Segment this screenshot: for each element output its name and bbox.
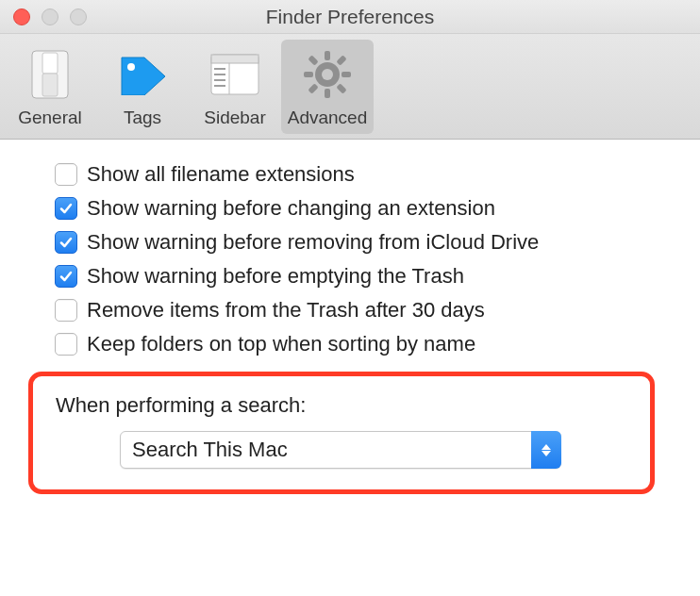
zoom-button[interactable] [70, 8, 87, 25]
chevron-up-down-icon [531, 431, 561, 469]
tab-label: Tags [124, 108, 161, 128]
tab-tags[interactable]: Tags [96, 40, 189, 134]
checkbox-label: Show warning before emptying the Trash [87, 264, 464, 289]
close-button[interactable] [13, 8, 30, 25]
checkbox-label: Show warning before removing from iCloud… [87, 230, 539, 255]
option-row: Show warning before removing from iCloud… [55, 230, 681, 255]
svg-rect-2 [42, 74, 58, 96]
tab-label: Sidebar [204, 108, 266, 128]
svg-rect-13 [325, 89, 330, 98]
checkbox[interactable] [55, 231, 77, 254]
checkbox-label: Keep folders on top when sorting by name [87, 332, 475, 356]
checkbox-label: Remove items from the Trash after 30 day… [87, 298, 485, 323]
preferences-toolbar: General Tags [0, 34, 700, 140]
tab-label: General [18, 108, 82, 128]
option-row: Show warning before emptying the Trash [55, 264, 681, 289]
checkbox[interactable] [55, 333, 77, 356]
option-row: Show all filename extensions [55, 162, 681, 187]
checkbox[interactable] [55, 299, 77, 322]
tag-icon [116, 47, 169, 102]
checkbox[interactable] [55, 163, 77, 186]
window-title: Finder Preferences [0, 6, 700, 28]
checkbox-label: Show all filename extensions [87, 162, 355, 187]
svg-rect-16 [308, 55, 318, 65]
tab-label: Advanced [288, 108, 368, 128]
sidebar-icon [210, 47, 259, 102]
select-value: Search This Mac [132, 438, 288, 462]
tab-general[interactable]: General [4, 40, 96, 134]
option-row: Show warning before changing an extensio… [55, 196, 681, 221]
svg-point-20 [322, 69, 333, 80]
tab-advanced[interactable]: Advanced [281, 40, 374, 134]
option-row: Remove items from the Trash after 30 day… [55, 298, 681, 323]
svg-rect-14 [304, 72, 313, 77]
titlebar: Finder Preferences [0, 0, 700, 34]
checkbox-label: Show warning before changing an extensio… [87, 196, 495, 221]
svg-rect-1 [42, 53, 58, 74]
svg-rect-18 [336, 55, 346, 65]
svg-point-3 [127, 63, 135, 71]
search-section-highlight: When performing a search: Search This Ma… [28, 372, 655, 494]
svg-rect-19 [308, 83, 318, 93]
svg-rect-17 [336, 83, 346, 93]
svg-rect-15 [342, 72, 351, 77]
tab-sidebar[interactable]: Sidebar [189, 40, 281, 134]
option-row: Keep folders on top when sorting by name [55, 332, 681, 356]
preferences-window: Finder Preferences General Tags [0, 0, 700, 596]
minimize-button[interactable] [42, 8, 58, 25]
traffic-lights [13, 8, 87, 25]
search-label: When performing a search: [56, 393, 627, 418]
checkbox[interactable] [55, 265, 77, 288]
search-scope-select[interactable]: Search This Mac [120, 431, 561, 469]
switch-icon [31, 47, 69, 102]
checkbox[interactable] [55, 197, 77, 220]
gear-icon [302, 47, 353, 102]
advanced-pane: Show all filename extensionsShow warning… [0, 140, 700, 596]
svg-rect-12 [325, 51, 330, 60]
svg-rect-5 [211, 55, 258, 63]
